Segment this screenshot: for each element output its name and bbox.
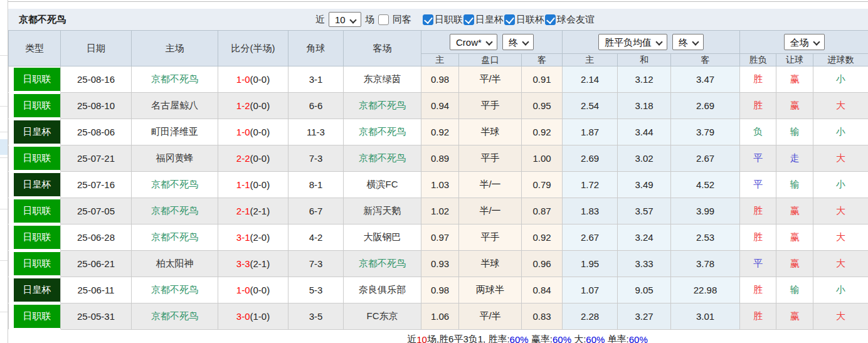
odds-time-select-wrap: 终 — [502, 34, 534, 50]
result-handicap: 输 — [776, 277, 813, 303]
league-filter-item: 日职联 — [423, 14, 463, 26]
match-row: 日职联 25-07-21 福冈黄蜂 2-2(0-0) 7-3 京都不死鸟 0.8… — [9, 145, 868, 172]
avg-draw: 3.27 — [618, 303, 671, 330]
score-cell: 2-1(2-1) — [218, 198, 288, 224]
subcol-avg-draw: 和 — [618, 54, 671, 66]
match-row: 日职联 25-05-31 京都不死鸟 3-0(1-0) 3-5 FC东京 1.0… — [9, 303, 868, 330]
match-row: 日职联 25-08-10 名古屋鲸八 1-2(0-0) 6-6 京都不死鸟 0.… — [9, 93, 868, 119]
result-outcome: 负 — [740, 119, 776, 145]
match-row: 日皇杯 25-07-16 京都不死鸟 1-1(0-0) 8-1 横滨FC 1.0… — [9, 172, 868, 198]
match-row: 日皇杯 25-06-11 京都不死鸟 1-0(0-0) 5-3 奈良俱乐部 0.… — [9, 277, 868, 303]
match-date: 25-08-10 — [61, 93, 132, 119]
full-score: 1-0 — [236, 127, 250, 137]
subcol-odds-home: 主 — [421, 54, 459, 66]
half-score: (0-0) — [250, 285, 270, 295]
result-outcome: 胜 — [740, 277, 776, 303]
match-date: 25-07-16 — [61, 172, 132, 198]
odds-handicap: 半球 — [459, 251, 522, 277]
league-type-cell: 日职联 — [9, 93, 61, 119]
subcol-handicap-result: 让球 — [776, 54, 813, 66]
corner-score: 8-1 — [288, 172, 344, 198]
away-team: 新泻天鹅 — [344, 198, 421, 224]
avg-away: 22.98 — [671, 277, 740, 303]
result-outcome: 平 — [740, 251, 776, 277]
summary-segment: 赢率: — [529, 334, 553, 343]
match-date: 25-06-21 — [61, 251, 132, 277]
half-score: (0-0) — [250, 127, 270, 137]
near-label: 近 — [315, 14, 325, 26]
avg-home: 2.54 — [563, 93, 618, 119]
away-team: 京都不死鸟 — [344, 119, 421, 145]
away-team: FC东京 — [344, 303, 421, 330]
odds-handicap: 平/半 — [459, 303, 522, 330]
league-type-cell: 日职联 — [9, 224, 61, 251]
score-cell: 3-3(2-1) — [218, 251, 288, 277]
bookmaker-select[interactable]: Crow* — [450, 34, 497, 50]
avg-home: 2.14 — [563, 66, 618, 93]
away-team: 东京绿茵 — [344, 66, 421, 93]
away-team: 京都不死鸟 — [344, 93, 421, 119]
full-score: 1-2 — [236, 100, 250, 111]
avg-away: 3.79 — [671, 119, 740, 145]
summary-segment: 近 — [407, 334, 416, 343]
home-team: 京都不死鸟 — [132, 303, 218, 330]
league-checkbox-jleague[interactable] — [423, 14, 433, 25]
corner-score: 3-1 — [288, 66, 344, 93]
scope-select-wrap: 全场 — [784, 34, 825, 50]
result-outcome: 胜 — [740, 198, 776, 224]
half-score: (0-0) — [250, 153, 270, 164]
league-checkbox-league-cup[interactable] — [504, 14, 515, 25]
scope-select[interactable]: 全场 — [784, 34, 825, 50]
avg-draw: 3.02 — [618, 145, 671, 172]
avg-time-select-wrap: 终 — [672, 34, 704, 50]
summary-segment: 场,胜6平3负1, 胜率: — [427, 334, 510, 343]
half-score: (2-1) — [250, 258, 270, 269]
league-checkbox-club-friendly[interactable] — [545, 14, 556, 25]
summary-segment: 10 — [416, 334, 427, 343]
summary-segment: 60% — [553, 334, 571, 343]
odds-home: 0.98 — [421, 66, 459, 93]
same-away-checkbox[interactable] — [378, 14, 389, 25]
result-handicap: 赢 — [776, 303, 813, 330]
score-cell: 1-0(0-0) — [218, 119, 288, 145]
avg-home: 1.83 — [563, 198, 618, 224]
half-score: (1-0) — [250, 311, 270, 322]
home-team: 福冈黄蜂 — [132, 145, 218, 172]
result-goals: 大 — [813, 303, 868, 330]
odds-time-select[interactable]: 终 — [502, 34, 534, 50]
league-type-cell: 日皇杯 — [9, 119, 61, 145]
odds-away: 0.83 — [522, 303, 563, 330]
match-row: 日职联 25-06-28 京都不死鸟 3-1(2-0) 4-2 大阪钢巴 0.9… — [9, 224, 868, 251]
odds-away: 0.95 — [522, 93, 563, 119]
team-matches-panel: 京都不死鸟 近 10 场 同客 日职联 日皇杯 — [8, 9, 868, 343]
league-badge: 日皇杯 — [14, 120, 60, 144]
home-team: 京都不死鸟 — [132, 66, 218, 93]
league-checkbox-emperors-cup[interactable] — [463, 14, 474, 25]
half-score: (2-0) — [250, 232, 270, 243]
avg-draw: 3.44 — [618, 119, 671, 145]
half-score: (0-0) — [250, 100, 270, 111]
avg-away: 3.78 — [671, 251, 740, 277]
summary-segment: 单率: — [605, 334, 628, 343]
result-outcome: 胜 — [740, 93, 776, 119]
match-count-select[interactable]: 10 — [329, 12, 361, 27]
avg-time-select[interactable]: 终 — [672, 34, 704, 50]
avg-home: 1.95 — [563, 251, 618, 277]
avg-home: 1.72 — [563, 172, 618, 198]
match-date: 25-07-21 — [61, 145, 132, 172]
col-header-away: 客场 — [344, 31, 421, 66]
league-badge: 日职联 — [14, 226, 60, 249]
summary-segment: 60% — [586, 334, 605, 343]
match-row: 日职联 25-06-21 柏太阳神 3-3(2-1) 7-3 京都不死鸟 0.9… — [9, 251, 868, 277]
league-filter-item: 日联杯 — [504, 14, 545, 26]
full-score: 2-2 — [236, 153, 250, 164]
score-cell: 1-0(0-0) — [218, 66, 288, 93]
half-score: (0-0) — [250, 74, 270, 85]
result-outcome: 胜 — [740, 224, 776, 251]
odds-away: 0.96 — [522, 251, 563, 277]
result-outcome: 平 — [740, 172, 776, 198]
team-name-title: 京都不死鸟 — [8, 14, 66, 26]
avg-type-select[interactable]: 胜平负均值 — [598, 34, 667, 50]
odds-handicap: 半/一 — [459, 198, 522, 224]
league-checkbox-label: 球会友谊 — [557, 14, 595, 26]
